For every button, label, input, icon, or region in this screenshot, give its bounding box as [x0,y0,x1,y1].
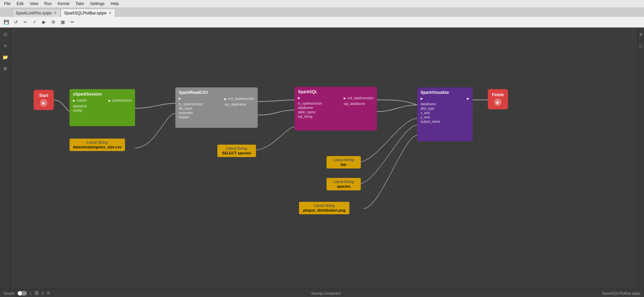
xspark-port-config: config [73,109,82,112]
literal-bar-title: Literal String [333,158,354,162]
left-sidebar: ⊙ ≡ 📁 ⚙ [0,28,11,289]
menu-help[interactable]: Help [108,1,122,7]
status-right: SparkSQLPlotBar.xpipe [602,291,641,295]
toolbar-settings2[interactable]: ⚙ [50,18,57,26]
status-filename: SparkSQLPlotBar.xpipe [602,291,641,295]
toolbar-undo[interactable]: ↩ [22,18,29,26]
connections-svg [11,28,637,289]
node-readcsv[interactable]: SparkReadCSV ▶ in_sparksession file_inpu… [175,87,258,128]
sparksql-port-outspark: out_sparksession [347,96,374,100]
sparksql-port-tablename: table_name [298,110,315,114]
toolbar-edit[interactable]: ✏ [69,18,76,26]
node-xsparksession[interactable]: xSparkSession ▶master appname config ▶sp… [70,89,135,126]
toolbar-run[interactable]: ▶ [40,18,48,26]
sparksql-port-sqldataframe: sql_dataframe [344,102,365,106]
tab-bar: SparkLinePlot.xpipe ✕ SparkSQLPlotBar.xp… [0,7,644,17]
status-s-icon: S [34,291,39,295]
literal-species-value: species [333,184,354,188]
node-sparksql-ports-right: ▶out_sparksession sql_dataframe [344,96,374,118]
status-number: 1 [30,291,32,295]
sidebar-icon-list[interactable]: ≡ [1,42,9,50]
menu-file[interactable]: File [1,1,13,7]
menu-settings[interactable]: Settings [87,1,107,7]
status-text: Saving completed [311,291,340,295]
node-finish-play[interactable]: ▶ [494,99,502,106]
node-readcsv-ports-left: ▶ in_sparksession file_input separator h… [179,97,203,119]
vis-port-dataframe: dataframe [421,102,436,106]
main-layout: ⊙ ≡ 📁 ⚙ [0,28,644,289]
vis-port-plottype: plot_type [421,107,434,110]
literal-species[interactable]: Literal String species [327,178,361,190]
readcsv-port-fileinput: file_input [179,107,192,110]
toggle-knob [18,291,22,295]
literal-pingun-title: Literal String [303,204,345,208]
toolbar-refresh[interactable]: ↺ [12,18,19,26]
node-visualize-ports-right: ▶ [467,97,469,123]
canvas-area[interactable]: Start ▶ xSparkSession ▶master appname co… [11,28,637,289]
node-xspark-ports-left: ▶master appname config [73,99,87,112]
vis-port-xaxis: x_axis [421,111,430,115]
menu-edit[interactable]: Edit [14,1,26,7]
literal-pingun[interactable]: Literal String pingun_distribution.png [299,202,349,214]
tab-sparklineplot[interactable]: SparkLinePlot.xpipe ✕ [12,9,60,17]
vis-port-outputname: output_name [421,120,440,123]
status-left: Simple 1 S 0 ⚙ [3,291,50,296]
status-icon-count: 0 [42,291,44,295]
literal-select-species[interactable]: Literal String SELECT species [217,145,256,157]
xspark-port-master: master [77,99,87,102]
node-readcsv-title: SparkReadCSV [179,90,254,95]
node-visualize[interactable]: SparkVisualize ▶ dataframe plot_type x_a… [417,87,473,141]
toolbar-check[interactable]: ✓ [31,18,38,26]
literal-select-title: Literal String [222,147,251,150]
node-visualize-ports-left: ▶ dataframe plot_type x_axis y_axis outp… [421,97,440,123]
tab-sparksqlplotbar[interactable]: SparkSQLPlotBar.xpipe ✕ [60,9,115,17]
literal-species-title: Literal String [333,180,354,184]
tab-sparksqlplotbar-label: SparkSQLPlotBar.xpipe [64,11,106,15]
tab-sparklineplot-label: SparkLinePlot.xpipe [16,11,52,15]
menu-bar: File Edit View Run Kernel Tabs Settings … [0,0,644,7]
node-sparksql-title: SparkSQL [298,89,374,94]
toolbar-grid[interactable]: ▦ [59,18,67,26]
sparksql-port-sqlstring: sql_string [298,115,312,118]
node-start-play[interactable]: ▶ [40,99,47,107]
toggle-switch[interactable] [17,291,27,296]
status-mode-label: Simple [3,291,15,295]
sidebar-icon-cursor[interactable]: ⊙ [1,30,9,38]
node-start[interactable]: Start ▶ [34,90,54,110]
node-sparksql[interactable]: SparkSQL ▶ in_sparksession dataframe tab… [295,87,377,131]
tab-sparklineplot-close[interactable]: ✕ [54,11,57,15]
node-visualize-title: SparkVisualize [421,90,469,95]
literal-bar[interactable]: Literal String bar [327,156,361,169]
toggle-track [17,291,27,296]
literal-penguins-value: datasets/penguins_size.csv [73,145,122,149]
menu-tabs[interactable]: Tabs [73,1,87,7]
vis-port-yaxis: y_axis [421,115,430,119]
node-xspark-ports-right: ▶sparksession [109,99,132,112]
right-sidebar-monitor[interactable]: ▢ [637,42,644,50]
node-readcsv-ports-right: ▶out_sparksession out_dataframe [224,97,254,119]
readcsv-port-outspark: out_sparksession [228,97,254,101]
node-finish[interactable]: Finish ▶ [488,89,508,109]
sidebar-icon-puzzle[interactable]: ⚙ [1,65,9,73]
toolbar-save[interactable]: 💾 [3,18,10,26]
menu-run[interactable]: Run [42,1,54,7]
status-gear-icon[interactable]: ⚙ [47,291,50,295]
menu-kernel[interactable]: Kernel [55,1,72,7]
node-xspark-title: xSparkSession [73,92,132,97]
xspark-port-sparksession: sparksession [112,99,132,102]
readcsv-port-inspark: in_sparksession [179,102,203,106]
node-sparksql-ports-left: ▶ in_sparksession dataframe table_name s… [298,96,322,118]
right-sidebar: ⚙ ▢ [637,28,644,289]
sparksql-port-dataframe: dataframe [298,106,313,110]
sidebar-icon-folder[interactable]: 📁 [1,53,9,61]
literal-pingun-value: pingun_distribution.png [303,208,345,212]
literal-bar-value: bar [333,162,354,166]
menu-view[interactable]: View [27,1,41,7]
tab-sparksqlplotbar-close[interactable]: ✕ [109,11,112,15]
literal-penguins[interactable]: Literal String datasets/penguins_size.cs… [70,139,125,151]
readcsv-port-separator: separator [179,111,193,115]
node-finish-label: Finish [492,92,504,97]
readcsv-port-outdataframe: out_dataframe [224,103,246,106]
right-sidebar-settings[interactable]: ⚙ [637,30,644,38]
toolbar: 💾 ↺ ↩ ✓ ▶ ⚙ ▦ ✏ [0,17,644,28]
